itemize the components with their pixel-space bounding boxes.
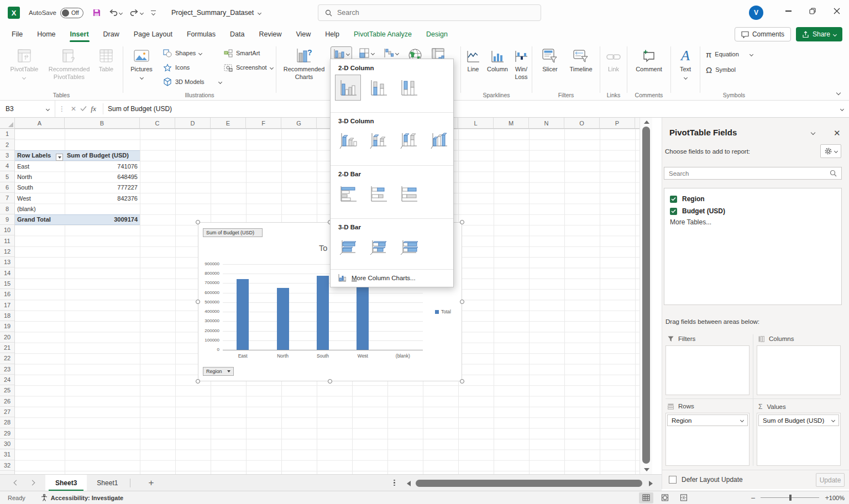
chart-type-100-stacked-bar[interactable] bbox=[396, 181, 422, 207]
pivot-row-blank[interactable]: (blank) bbox=[15, 203, 140, 214]
chart-handle-s[interactable] bbox=[328, 379, 332, 384]
row-header-3[interactable]: 3 bbox=[0, 150, 14, 161]
zoom-slider[interactable] bbox=[761, 497, 819, 498]
checkbox-checked-icon[interactable] bbox=[670, 196, 677, 203]
pivot-header-values[interactable]: Sum of Budget (USD) bbox=[65, 152, 140, 159]
sparkline-column-button[interactable]: Column bbox=[485, 46, 510, 74]
row-header-19[interactable]: 19 bbox=[0, 321, 14, 332]
column-header-P[interactable]: P bbox=[600, 118, 635, 129]
collapse-ribbon-icon[interactable] bbox=[836, 91, 841, 95]
recommended-charts-button[interactable]: ? Recommended Charts bbox=[281, 46, 327, 81]
search-bar[interactable] bbox=[318, 4, 541, 21]
tab-page-layout[interactable]: Page Layout bbox=[127, 27, 180, 42]
text-button[interactable]: A Text bbox=[675, 46, 695, 81]
link-button[interactable]: Link bbox=[604, 46, 623, 74]
column-header-A[interactable]: A bbox=[15, 118, 65, 129]
chart-type-stacked-column[interactable] bbox=[365, 75, 391, 101]
chart-handle-sw[interactable] bbox=[196, 379, 200, 384]
pivottable-button[interactable]: PivotTable bbox=[7, 46, 42, 81]
chart-type-3d-clustered-bar[interactable] bbox=[335, 234, 361, 260]
row-header-16[interactable]: 16 bbox=[0, 289, 14, 300]
chart-type-3d-column[interactable] bbox=[426, 128, 452, 154]
equation-button[interactable]: π Equation bbox=[706, 48, 753, 60]
row-header-30[interactable]: 30 bbox=[0, 439, 14, 449]
close-button[interactable] bbox=[825, 0, 849, 22]
values-drop-area[interactable]: Sum of Budget (USD) bbox=[757, 413, 841, 466]
row-header-5[interactable]: 5 bbox=[0, 171, 14, 182]
sheet-tab-sheet1[interactable]: Sheet1 bbox=[87, 475, 128, 491]
icons-button[interactable]: Icons bbox=[163, 61, 190, 74]
shapes-button[interactable]: Shapes bbox=[163, 47, 202, 59]
row-header-8[interactable]: 8 bbox=[0, 203, 14, 214]
chart-handle-nw[interactable] bbox=[196, 220, 200, 224]
more-column-charts-item[interactable]: More Column Charts... bbox=[338, 274, 416, 282]
row-header-17[interactable]: 17 bbox=[0, 300, 14, 311]
tools-gear-button[interactable] bbox=[820, 144, 841, 158]
scrollbar-options-icon[interactable] bbox=[394, 480, 395, 486]
row-header-20[interactable]: 20 bbox=[0, 332, 14, 343]
row-header-7[interactable]: 7 bbox=[0, 193, 14, 203]
comments-button[interactable]: Comments bbox=[735, 27, 791, 41]
row-header-26[interactable]: 26 bbox=[0, 396, 14, 407]
chart-type-3d-stacked-bar[interactable] bbox=[365, 234, 391, 260]
row-header-12[interactable]: 12 bbox=[0, 246, 14, 257]
update-button[interactable]: Update bbox=[816, 473, 845, 487]
next-sheet-icon[interactable] bbox=[30, 480, 35, 486]
row-header-21[interactable]: 21 bbox=[0, 343, 14, 353]
excel-logo-icon[interactable]: X bbox=[8, 7, 20, 19]
pivot-row-west[interactable]: West842376 bbox=[15, 193, 140, 203]
row-header-18[interactable]: 18 bbox=[0, 311, 14, 321]
zoom-level[interactable]: 100% bbox=[829, 495, 845, 501]
row-header-10[interactable]: 10 bbox=[0, 225, 14, 235]
sparkline-line-button[interactable]: Line bbox=[463, 46, 483, 74]
row-header-6[interactable]: 6 bbox=[0, 182, 14, 193]
recommended-pivottables-button[interactable]: ? Recommended PivotTables bbox=[46, 46, 92, 81]
chart-bar-East[interactable] bbox=[237, 279, 249, 350]
row-header-28[interactable]: 28 bbox=[0, 417, 14, 428]
chart-bar-North[interactable] bbox=[277, 288, 289, 350]
column-header-M[interactable]: M bbox=[494, 118, 529, 129]
checkbox-checked-icon[interactable] bbox=[670, 208, 677, 215]
tab-home[interactable]: Home bbox=[30, 27, 62, 42]
tab-help[interactable]: Help bbox=[318, 27, 347, 42]
zoom-slider-thumb[interactable] bbox=[789, 495, 792, 501]
normal-view-icon[interactable] bbox=[639, 492, 653, 503]
column-header-G[interactable]: G bbox=[281, 118, 317, 129]
chart-handle-se[interactable] bbox=[460, 379, 464, 384]
row-header-31[interactable]: 31 bbox=[0, 449, 14, 460]
column-header-N[interactable]: N bbox=[529, 118, 564, 129]
row-header-2[interactable]: 2 bbox=[0, 139, 14, 150]
row-header-24[interactable]: 24 bbox=[0, 375, 14, 385]
row-header-15[interactable]: 15 bbox=[0, 279, 14, 289]
undo-button[interactable] bbox=[109, 9, 122, 17]
fields-search-box[interactable] bbox=[664, 167, 842, 180]
restore-button[interactable] bbox=[800, 0, 825, 22]
chart-legend[interactable]: Total bbox=[435, 309, 451, 314]
select-all-corner[interactable] bbox=[0, 118, 15, 129]
column-header-D[interactable]: D bbox=[175, 118, 211, 129]
scroll-left-icon[interactable] bbox=[407, 481, 411, 486]
tab-pivottable-analyze[interactable]: PivotTable Analyze bbox=[347, 27, 419, 42]
page-layout-view-icon[interactable] bbox=[658, 492, 672, 503]
minimize-button[interactable] bbox=[776, 0, 800, 22]
values-field-pill[interactable]: Sum of Budget (USD) bbox=[758, 414, 839, 426]
share-button[interactable]: Share bbox=[796, 27, 842, 41]
prev-sheet-icon[interactable] bbox=[14, 480, 19, 486]
column-header-O[interactable]: O bbox=[564, 118, 600, 129]
tab-view[interactable]: View bbox=[289, 27, 318, 42]
chart-handle-e[interactable] bbox=[460, 300, 464, 304]
row-header-23[interactable]: 23 bbox=[0, 364, 14, 375]
chart-handle-w[interactable] bbox=[196, 300, 200, 304]
pivot-row-north[interactable]: North648495 bbox=[15, 171, 140, 182]
horizontal-scroll-thumb[interactable] bbox=[416, 480, 642, 487]
row-header-32[interactable]: 32 bbox=[0, 460, 14, 471]
search-input[interactable] bbox=[337, 9, 520, 17]
autosave-toggle[interactable]: Off bbox=[60, 8, 83, 18]
customize-qat-button[interactable] bbox=[151, 11, 156, 15]
tab-insert[interactable]: Insert bbox=[63, 27, 96, 42]
user-avatar[interactable]: V bbox=[749, 6, 763, 20]
tab-design[interactable]: Design bbox=[419, 27, 455, 42]
chart-type-clustered-bar[interactable] bbox=[335, 181, 361, 207]
tab-data[interactable]: Data bbox=[223, 27, 251, 42]
table-button[interactable]: Table bbox=[94, 46, 118, 74]
